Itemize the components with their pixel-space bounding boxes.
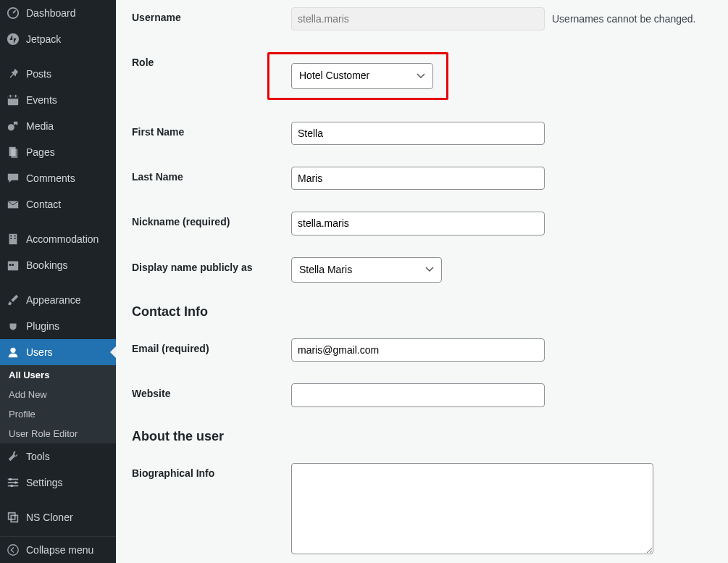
website-input[interactable] <box>291 383 545 406</box>
svg-rect-15 <box>8 262 18 271</box>
contact-info-heading: Contact Info <box>132 304 714 320</box>
main-content: Username Usernames cannot be changed. Ro… <box>116 0 728 563</box>
displayname-label: Display name publicly as <box>132 257 291 273</box>
clone-icon <box>6 510 20 525</box>
users-submenu: All Users Add New Profile User Role Edit… <box>0 365 116 443</box>
user-icon <box>6 345 20 359</box>
submenu-all-users[interactable]: All Users <box>0 365 116 385</box>
firstname-input[interactable] <box>291 122 545 145</box>
sidebar-label: Plugins <box>26 320 59 332</box>
building-icon <box>6 232 20 246</box>
svg-point-1 <box>7 33 19 45</box>
sidebar-label: Pages <box>26 146 55 158</box>
sliders-icon <box>6 475 20 490</box>
firstname-label: First Name <box>132 122 291 138</box>
dashboard-icon <box>6 6 20 20</box>
svg-point-6 <box>8 124 14 130</box>
sidebar-item-appearance[interactable]: Appearance <box>0 287 116 313</box>
username-input <box>291 7 545 30</box>
role-select[interactable]: Hotel Customer <box>291 63 433 88</box>
svg-rect-17 <box>12 264 14 266</box>
svg-point-22 <box>9 478 12 481</box>
sidebar-label: Comments <box>26 172 75 184</box>
svg-rect-12 <box>14 235 16 237</box>
svg-rect-13 <box>10 238 12 239</box>
sidebar-label: Tools <box>26 451 50 462</box>
sidebar-item-dashboard[interactable]: Dashboard <box>0 0 116 26</box>
svg-rect-5 <box>15 95 17 98</box>
sidebar-label: Contact <box>26 199 61 210</box>
plug-icon <box>6 319 20 333</box>
collapse-icon <box>6 543 20 557</box>
pages-icon <box>6 145 20 159</box>
sidebar-item-ns-cloner[interactable]: NS Cloner <box>0 504 116 530</box>
svg-point-23 <box>14 481 17 484</box>
svg-rect-11 <box>10 235 12 237</box>
email-input[interactable] <box>291 338 545 362</box>
submenu-profile[interactable]: Profile <box>0 404 116 424</box>
sidebar-item-accommodation[interactable]: Accommodation <box>0 226 116 252</box>
svg-point-18 <box>10 348 15 353</box>
svg-rect-10 <box>9 234 17 244</box>
username-label: Username <box>132 7 291 23</box>
pin-icon <box>6 67 20 81</box>
comment-icon <box>6 171 20 185</box>
collapse-menu[interactable]: Collapse menu <box>0 536 116 563</box>
collapse-label: Collapse menu <box>26 544 93 556</box>
sidebar-label: NS Cloner <box>26 512 73 523</box>
sidebar-label: Media <box>26 120 54 132</box>
svg-rect-16 <box>9 264 12 266</box>
sidebar-item-bookings[interactable]: Bookings <box>0 252 116 278</box>
svg-rect-4 <box>10 95 12 98</box>
sidebar-item-posts[interactable]: Posts <box>0 61 116 87</box>
website-label: Website <box>132 383 291 399</box>
sidebar-item-jetpack[interactable]: Jetpack <box>0 26 116 52</box>
sidebar-label: Accommodation <box>26 233 99 245</box>
sidebar-label: Appearance <box>26 294 81 306</box>
envelope-icon <box>6 197 20 212</box>
submenu-user-role-editor[interactable]: User Role Editor <box>0 424 116 443</box>
submenu-add-new[interactable]: Add New <box>0 385 116 404</box>
svg-rect-26 <box>11 515 17 522</box>
about-user-heading: About the user <box>132 429 714 444</box>
sidebar-item-contact[interactable]: Contact <box>0 191 116 217</box>
sidebar-label: Jetpack <box>26 33 61 45</box>
nickname-label: Nickname (required) <box>132 212 291 228</box>
username-hint: Usernames cannot be changed. <box>552 13 695 25</box>
sidebar-item-users[interactable]: Users <box>0 339 116 365</box>
sidebar-label: Posts <box>26 68 51 80</box>
role-highlight: Hotel Customer <box>267 52 448 99</box>
svg-rect-8 <box>11 149 17 159</box>
lastname-label: Last Name <box>132 167 291 183</box>
nickname-input[interactable] <box>291 212 545 235</box>
sidebar-item-tools[interactable]: Tools <box>0 443 116 470</box>
lastname-input[interactable] <box>291 167 545 190</box>
displayname-select[interactable]: Stella Maris <box>291 257 442 283</box>
calendar-icon <box>6 258 20 272</box>
sidebar-item-comments[interactable]: Comments <box>0 165 116 191</box>
admin-sidebar: Dashboard Jetpack Posts Events Media Pag… <box>0 0 116 563</box>
media-icon <box>6 119 20 133</box>
svg-rect-3 <box>8 96 18 99</box>
bio-label: Biographical Info <box>132 463 291 479</box>
sidebar-item-plugins[interactable]: Plugins <box>0 313 116 339</box>
sidebar-label: Bookings <box>26 259 68 271</box>
bio-textarea[interactable] <box>291 463 653 554</box>
svg-rect-14 <box>14 238 16 239</box>
email-label: Email (required) <box>132 338 291 354</box>
sidebar-label: Events <box>26 94 57 106</box>
sidebar-item-events[interactable]: Events <box>0 87 116 113</box>
sidebar-label: Settings <box>26 477 63 488</box>
sidebar-item-pages[interactable]: Pages <box>0 139 116 165</box>
svg-point-27 <box>8 545 18 555</box>
brush-icon <box>6 293 20 307</box>
sidebar-item-settings[interactable]: Settings <box>0 470 116 496</box>
sidebar-label: Dashboard <box>26 7 76 19</box>
svg-rect-25 <box>9 513 15 520</box>
wrench-icon <box>6 449 20 464</box>
sidebar-item-media[interactable]: Media <box>0 113 116 139</box>
svg-point-24 <box>10 485 13 488</box>
jetpack-icon <box>6 32 20 46</box>
sidebar-label: Users <box>26 346 53 358</box>
calendar-icon <box>6 93 20 107</box>
